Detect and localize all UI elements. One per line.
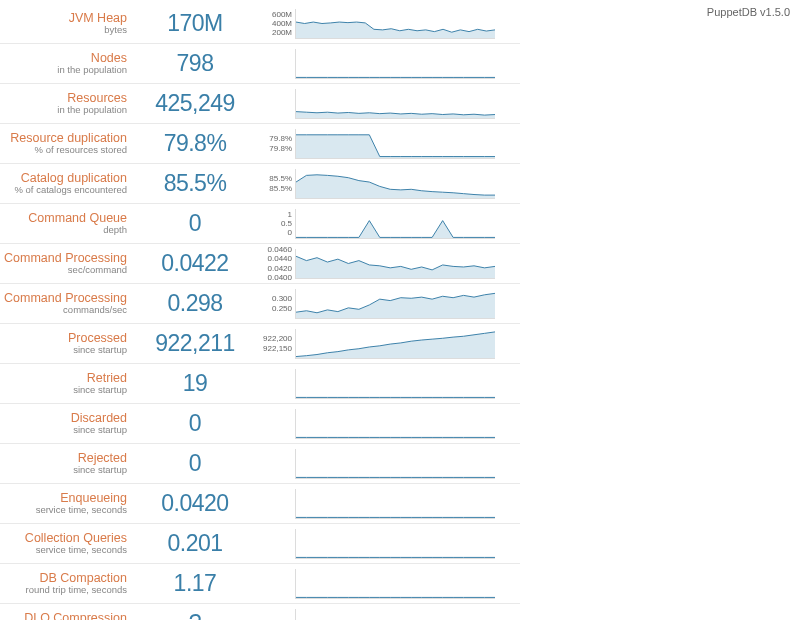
yaxis-tick: 79.8% xyxy=(255,134,292,143)
yaxis-tick: 400M xyxy=(255,19,292,28)
metric-row: Command Processingsec/command0.04220.046… xyxy=(0,244,520,284)
metric-row: Command Queuedepth010.50 xyxy=(0,204,520,244)
metric-value: 798 xyxy=(135,50,255,77)
sparkline-yaxis: 0.04600.04400.04200.0400 xyxy=(255,245,295,282)
metric-subtitle: since startup xyxy=(0,465,127,475)
yaxis-tick: 0.5 xyxy=(255,219,292,228)
metric-title: DLO Compression xyxy=(0,612,127,620)
yaxis-tick: 922,200 xyxy=(255,334,292,343)
metric-row: Discardedsince startup0 xyxy=(0,404,520,444)
sparkline-yaxis: 79.8%79.8% xyxy=(255,134,295,152)
metric-value: 922,211 xyxy=(135,330,255,357)
metric-subtitle: since startup xyxy=(0,385,127,395)
metric-subtitle: round trip time, seconds xyxy=(0,585,127,595)
metric-label: DB Compactionround trip time, seconds xyxy=(0,572,135,595)
yaxis-tick: 0.0460 xyxy=(255,245,292,254)
metric-label: Catalog duplication% of catalogs encount… xyxy=(0,172,135,195)
metric-label: Command Queuedepth xyxy=(0,212,135,235)
metric-value: 85.5% xyxy=(135,170,255,197)
metric-value: 79.8% xyxy=(135,130,255,157)
metric-value: 0 xyxy=(135,210,255,237)
metric-value: 1.17 xyxy=(135,570,255,597)
sparkline-chart xyxy=(295,129,495,159)
metric-row: Nodesin the population798 xyxy=(0,44,520,84)
metric-subtitle: since startup xyxy=(0,345,127,355)
metric-subtitle: service time, seconds xyxy=(0,545,127,555)
sparkline-chart xyxy=(295,529,495,559)
metric-label: Collection Queriesservice time, seconds xyxy=(0,532,135,555)
metric-value: ? xyxy=(135,610,255,620)
yaxis-tick: 0.0420 xyxy=(255,264,292,273)
sparkline-yaxis: 600M400M200M xyxy=(255,10,295,38)
sparkline-chart xyxy=(295,9,495,39)
sparkline-chart xyxy=(295,609,495,621)
metrics-table: JVM Heapbytes170M600M400M200MNodesin the… xyxy=(0,4,520,620)
metric-label: JVM Heapbytes xyxy=(0,12,135,35)
metric-label: Command Processingcommands/sec xyxy=(0,292,135,315)
metric-row: Rejectedsince startup0 xyxy=(0,444,520,484)
sparkline-chart xyxy=(295,329,495,359)
sparkline-yaxis: 85.5%85.5% xyxy=(255,174,295,192)
metric-row: DB Compactionround trip time, seconds1.1… xyxy=(0,564,520,604)
metric-label: Resource duplication% of resources store… xyxy=(0,132,135,155)
sparkline-chart xyxy=(295,169,495,199)
yaxis-tick: 79.8% xyxy=(255,144,292,153)
metric-value: 425,249 xyxy=(135,90,255,117)
metric-subtitle: % of catalogs encountered xyxy=(0,185,127,195)
metric-value: 0 xyxy=(135,450,255,477)
metric-value: 0.298 xyxy=(135,290,255,317)
metric-subtitle: since startup xyxy=(0,425,127,435)
metric-row: JVM Heapbytes170M600M400M200M xyxy=(0,4,520,44)
metric-subtitle: commands/sec xyxy=(0,305,127,315)
metric-subtitle: service time, seconds xyxy=(0,505,127,515)
metric-row: Collection Queriesservice time, seconds0… xyxy=(0,524,520,564)
metric-label: Rejectedsince startup xyxy=(0,452,135,475)
sparkline-chart xyxy=(295,569,495,599)
sparkline-yaxis: 922,200922,150 xyxy=(255,334,295,352)
metric-value: 19 xyxy=(135,370,255,397)
metric-subtitle: in the population xyxy=(0,65,127,75)
yaxis-tick: 0.0440 xyxy=(255,254,292,263)
metric-label: Resourcesin the population xyxy=(0,92,135,115)
metric-value: 0.0420 xyxy=(135,490,255,517)
yaxis-tick: 922,150 xyxy=(255,344,292,353)
metric-label: Discardedsince startup xyxy=(0,412,135,435)
sparkline-chart xyxy=(295,449,495,479)
yaxis-tick: 0.0400 xyxy=(255,273,292,282)
yaxis-tick: 600M xyxy=(255,10,292,19)
metric-subtitle: % of resources stored xyxy=(0,145,127,155)
metric-row: Enqueueingservice time, seconds0.0420 xyxy=(0,484,520,524)
metric-value: 170M xyxy=(135,10,255,37)
yaxis-tick: 0.300 xyxy=(255,294,292,303)
metric-subtitle: in the population xyxy=(0,105,127,115)
sparkline-chart xyxy=(295,89,495,119)
yaxis-tick: 200M xyxy=(255,28,292,37)
metric-row: Processedsince startup922,211922,200922,… xyxy=(0,324,520,364)
yaxis-tick: 1 xyxy=(255,210,292,219)
metric-subtitle: depth xyxy=(0,225,127,235)
yaxis-tick: 85.5% xyxy=(255,174,292,183)
yaxis-tick: 85.5% xyxy=(255,184,292,193)
metric-value: 0 xyxy=(135,410,255,437)
sparkline-chart xyxy=(295,409,495,439)
metric-subtitle: sec/command xyxy=(0,265,127,275)
metric-label: Nodesin the population xyxy=(0,52,135,75)
sparkline-chart xyxy=(295,249,495,279)
metric-row: Command Processingcommands/sec0.2980.300… xyxy=(0,284,520,324)
metric-subtitle: bytes xyxy=(0,25,127,35)
metric-value: 0.201 xyxy=(135,530,255,557)
metric-value: 0.0422 xyxy=(135,250,255,277)
sparkline-chart xyxy=(295,49,495,79)
metric-label: DLO Compressionround trip time, seconds xyxy=(0,612,135,620)
metric-label: Enqueueingservice time, seconds xyxy=(0,492,135,515)
sparkline-yaxis: 10.50 xyxy=(255,210,295,238)
metric-label: Processedsince startup xyxy=(0,332,135,355)
sparkline-chart xyxy=(295,369,495,399)
metric-row: Retriedsince startup19 xyxy=(0,364,520,404)
metric-label: Command Processingsec/command xyxy=(0,252,135,275)
sparkline-yaxis: 0.3000.250 xyxy=(255,294,295,312)
metric-row: Resourcesin the population425,249 xyxy=(0,84,520,124)
yaxis-tick: 0.250 xyxy=(255,304,292,313)
sparkline-chart xyxy=(295,289,495,319)
sparkline-chart xyxy=(295,209,495,239)
